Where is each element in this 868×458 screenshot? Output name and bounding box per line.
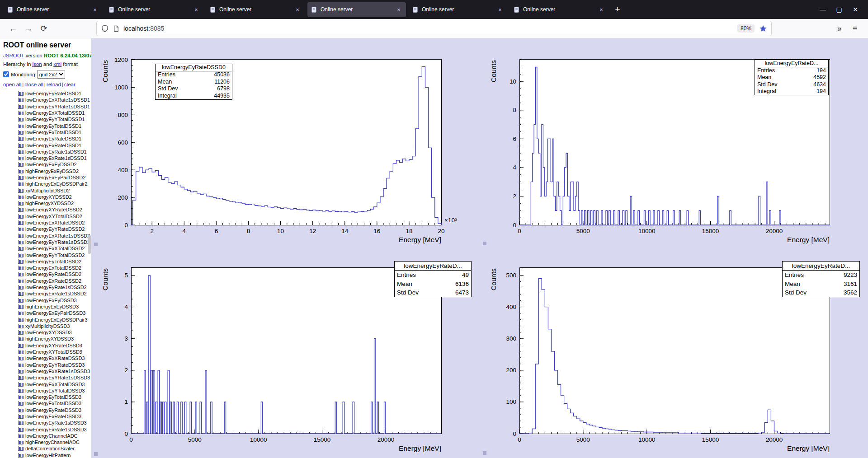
grid-layout-select[interactable]: grid 2x2	[37, 70, 65, 79]
menu-button[interactable]: ≡	[847, 21, 863, 36]
xml-link[interactable]: xml	[53, 61, 61, 67]
tree-item[interactable]: lowEnergyExTotalDSSD1	[3, 129, 91, 136]
tree-item[interactable]: lowEnergyEyTotalDSSD3	[3, 394, 91, 400]
reload-link[interactable]: reload	[47, 82, 61, 87]
browser-tab[interactable]: Online server×	[409, 2, 507, 17]
jsroot-link[interactable]: JSROOT	[3, 53, 24, 58]
stats-box[interactable]: lowEnergyEyRateD...Entries49Mean6136Std …	[394, 261, 472, 297]
tree-item[interactable]: lowEnergyExXRate1sDSSD1	[3, 97, 91, 103]
shield-icon[interactable]	[101, 24, 109, 33]
tree-item[interactable]: lowEnergyEyYTotalDSSD2	[3, 252, 91, 258]
url-bar[interactable]: localhost:8085 80%	[97, 21, 771, 36]
tree-item[interactable]: lowEnergyEyYTotalDSSD1	[3, 116, 91, 122]
tree-item[interactable]: lowEnergyExRate1sDSSD2	[3, 290, 91, 297]
browser-tab[interactable]: Online server×	[4, 2, 102, 17]
tab-close-icon[interactable]: ×	[192, 5, 200, 14]
tree-item[interactable]: highEnergyExEyDSSDPair2	[3, 181, 91, 187]
tree-item[interactable]: lowEnergyEyYRate1sDSSD2	[3, 239, 91, 245]
tree-item[interactable]: highEnergyExEyDSSDPair3	[3, 316, 91, 322]
browser-tab[interactable]: Online server×	[105, 2, 203, 17]
bookmark-star-icon[interactable]	[759, 24, 767, 33]
tree-item[interactable]: lowEnergyExXRate1sDSSD3	[3, 368, 91, 374]
tree-item[interactable]: lowEnergyExTotalDSSD2	[3, 265, 91, 271]
tree-item[interactable]: lowEnergyExXRate1sDSSD2	[3, 233, 91, 239]
tree-item[interactable]: highEnergyXYDSSD2	[3, 200, 91, 206]
tree-item[interactable]: lowEnergyExEyDSSD2	[3, 161, 91, 168]
tree-item[interactable]: lowEnergyEyTotalDSSD2	[3, 258, 91, 265]
tree-item[interactable]: lowEnergyEyYRate1sDSSD1	[3, 103, 91, 110]
close-all-link[interactable]: close all	[24, 82, 43, 87]
pad-resize-handle[interactable]	[94, 243, 98, 246]
tree-item[interactable]: lowEnergyEyRateDSSD1	[3, 90, 91, 97]
tree-item[interactable]: lowEnergyEyRate1sDSSD1	[3, 149, 91, 155]
tab-close-icon[interactable]: ×	[293, 5, 302, 14]
window-maximize-button[interactable]: ▢	[831, 3, 847, 16]
tree-item[interactable]: highEnergyExEyDSSD2	[3, 168, 91, 174]
stats-box[interactable]: lowEnergyEyRateDSSD0Entries45036Mean1120…	[155, 64, 232, 100]
stats-box[interactable]: lowEnergyEyRateD...Entries9223Mean3161St…	[782, 261, 860, 297]
tree-item[interactable]: lowEnergyExXRateDSSD2	[3, 220, 91, 226]
tree-item[interactable]: lowEnergyEyRate1sDSSD2	[3, 284, 91, 290]
url-text[interactable]: localhost:8085	[123, 25, 164, 32]
open-all-link[interactable]: open all	[3, 82, 21, 87]
tree-item[interactable]: lowEnergyExRate1sDSSD1	[3, 155, 91, 161]
tab-close-icon[interactable]: ×	[496, 5, 504, 14]
tree-item[interactable]: xyMultiplicityDSSD2	[3, 187, 91, 193]
tree-item[interactable]: lowEnergyXYDSSD2	[3, 194, 91, 200]
pad-resize-handle[interactable]	[483, 451, 486, 455]
zoom-indicator[interactable]: 80%	[737, 24, 755, 33]
tree-item[interactable]: lowEnergyEyRateDSSD2	[3, 271, 91, 277]
reload-button[interactable]: ⟳	[36, 21, 52, 36]
tree-item[interactable]: lowEnergyXYRateDSSD3	[3, 342, 91, 349]
tree-item[interactable]: lowEnergyExTotalDSSD3	[3, 400, 91, 407]
tree-item[interactable]: lowEnergyEyYTotalDSSD3	[3, 388, 91, 394]
tab-close-icon[interactable]: ×	[597, 5, 605, 14]
tree-item[interactable]: lowEnergyExXTotalDSSD2	[3, 245, 91, 252]
tree-item[interactable]: lowEnergyEyRate1sDSSD3	[3, 420, 91, 426]
stats-box[interactable]: lowEnergyEyRateD...Entries194Mean4592Std…	[755, 60, 829, 95]
tree-item[interactable]: xyMultiplicityDSSD3	[3, 323, 91, 329]
tree-item[interactable]: highEnergyExEyDSSD3	[3, 304, 91, 310]
tree-item[interactable]: lowEnergyExRateDSSD1	[3, 142, 91, 148]
tree-item[interactable]: lowEnergyXYRateDSSD2	[3, 206, 91, 213]
tree-item[interactable]: lowEnergyChannelADC	[3, 433, 91, 439]
toolbar-overflow-button[interactable]: »	[832, 21, 847, 36]
tree-item[interactable]: lowEnergyExXTotalDSSD1	[3, 110, 91, 116]
tree-item[interactable]: highEnergyChannelADC	[3, 439, 91, 445]
tree-item[interactable]: lowEnergyEyYRate1sDSSD3	[3, 374, 91, 381]
window-close-button[interactable]: ✕	[847, 3, 863, 16]
tree-item[interactable]: lowEnergyXYTotalDSSD2	[3, 213, 91, 220]
pad-resize-handle[interactable]	[483, 242, 486, 245]
tree-item[interactable]: lowEnergyEyYRateDSSD2	[3, 226, 91, 232]
pad-resize-handle[interactable]	[94, 452, 98, 456]
tree-item[interactable]: highEnergyXYDSSD3	[3, 336, 91, 342]
tree-item[interactable]: lowEnergyExRate1sDSSD3	[3, 426, 91, 432]
tree-item[interactable]: lowEnergyExXTotalDSSD3	[3, 381, 91, 387]
tree-item[interactable]: lowEnergyXYDSSD3	[3, 329, 91, 336]
tree-item[interactable]: lowEnergyEyRateDSSD3	[3, 407, 91, 413]
tree-item[interactable]: lowEnergyEyYRateDSSD3	[3, 361, 91, 368]
tab-close-icon[interactable]: ×	[91, 5, 99, 14]
tab-close-icon[interactable]: ×	[395, 5, 403, 14]
tree-item[interactable]: lowEnergyXYTotalDSSD3	[3, 349, 91, 355]
page-info-icon[interactable]	[112, 24, 120, 33]
tree-item[interactable]: lowEnergyExEyPairDSSD3	[3, 310, 91, 316]
tree-item[interactable]: deltaCorrelationScaler	[3, 445, 91, 452]
tree-item[interactable]: lowEnergyEyRateDSSD1	[3, 136, 91, 142]
browser-tab[interactable]: Online server×	[206, 2, 305, 17]
tree-item[interactable]: lowEnergyExEyPairDSSD2	[3, 174, 91, 181]
tree-item[interactable]: lowEnergyExRateDSSD2	[3, 278, 91, 284]
tree-item[interactable]: lowEnergyHitPattern	[3, 452, 91, 458]
back-button[interactable]: ←	[5, 21, 21, 36]
browser-tab[interactable]: Online server×	[510, 2, 609, 17]
tree-item[interactable]: lowEnergyExEyDSSD3	[3, 297, 91, 304]
sidebar-scrollbar[interactable]	[88, 235, 91, 254]
monitoring-checkbox[interactable]	[3, 71, 9, 77]
new-tab-button[interactable]: +	[611, 3, 624, 16]
json-link[interactable]: json	[33, 61, 42, 67]
tree-item[interactable]: lowEnergyExRateDSSD3	[3, 413, 91, 420]
forward-button[interactable]: →	[21, 21, 36, 36]
histogram-canvas[interactable]: 2468101214161820020040060080010001200Cou…	[91, 38, 480, 248]
browser-tab[interactable]: Online server×	[307, 2, 406, 17]
clear-link[interactable]: clear	[64, 82, 75, 87]
